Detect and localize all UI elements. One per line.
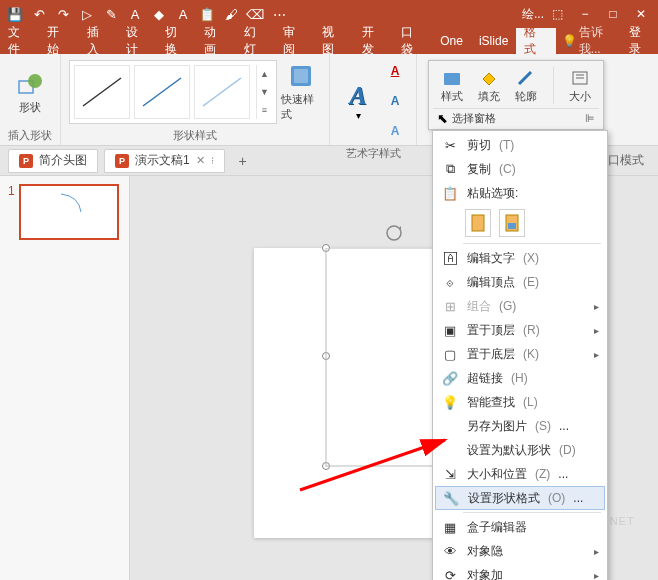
outline-button[interactable]: 轮廓	[515, 67, 537, 104]
more-icon[interactable]: ⋯	[268, 3, 290, 25]
ctx-save-as-picture[interactable]: 另存为图片(S)...	[435, 414, 605, 438]
box-editor-icon: ▦	[441, 518, 459, 536]
fill-button[interactable]: 填充	[478, 67, 500, 104]
svg-rect-6	[294, 69, 308, 83]
tab-design[interactable]: 设计	[118, 28, 157, 54]
tab-review[interactable]: 审阅	[275, 28, 314, 54]
ctx-copy[interactable]: ⧉复制(C)	[435, 157, 605, 181]
fill-icon	[479, 67, 499, 89]
size-button[interactable]: 大小	[569, 67, 591, 104]
style-button[interactable]: 样式	[441, 67, 463, 104]
ribbon-options-icon[interactable]: ⬚	[544, 3, 570, 25]
font-color-icon[interactable]: A	[124, 3, 146, 25]
tab-onekey[interactable]: One	[432, 28, 471, 54]
redo-icon[interactable]: ↷	[52, 3, 74, 25]
edit-text-icon: 🄰	[441, 249, 459, 267]
doc-tab-1[interactable]: P 简介头图	[8, 149, 98, 173]
undo-icon[interactable]: ↶	[28, 3, 50, 25]
ctx-obj-hide[interactable]: 👁对象隐▸	[435, 539, 605, 563]
gallery-more[interactable]: ▲▼≡	[256, 65, 272, 119]
quick-access-toolbar: 💾 ↶ ↷ ▷ ✎ A ◆ A 📋 🖌 ⌫ ⋯	[4, 3, 290, 25]
text-effects-icon[interactable]: A	[382, 118, 408, 144]
svg-line-2	[83, 78, 121, 106]
shape-style-1[interactable]	[74, 65, 130, 119]
group-icon: ⊞	[441, 297, 459, 315]
style-icon	[442, 67, 462, 89]
shapes-button[interactable]: 形状	[10, 62, 50, 122]
paste-picture[interactable]	[499, 209, 525, 237]
ctx-obj-load[interactable]: ⟳对象加▸	[435, 563, 605, 580]
shape-style-3[interactable]	[194, 65, 250, 119]
ctx-bring-front[interactable]: ▣置于顶层(R)▸	[435, 318, 605, 342]
eyedropper-icon[interactable]: ✎	[100, 3, 122, 25]
quick-styles-icon	[287, 62, 315, 90]
close-tab-icon[interactable]: ✕	[196, 154, 205, 167]
thumbnail-1[interactable]: 1	[8, 184, 121, 240]
powerpoint-icon: P	[115, 154, 129, 168]
ctx-paste-options-label: 📋粘贴选项:	[435, 181, 605, 205]
obj-load-icon: ⟳	[441, 566, 459, 580]
select-pane-label[interactable]: 选择窗格	[452, 111, 496, 126]
tab-start[interactable]: 开始	[39, 28, 78, 54]
align-icon[interactable]: ⊫	[585, 112, 595, 125]
svg-line-3	[143, 78, 181, 106]
login-link[interactable]: 登录	[629, 24, 652, 58]
shapes-icon	[16, 70, 44, 98]
tab-islide[interactable]: iSlide	[471, 28, 516, 54]
text-effects-icon[interactable]: A	[172, 3, 194, 25]
add-tab-button[interactable]: +	[231, 149, 255, 173]
ctx-box-editor[interactable]: ▦盒子编辑器	[435, 515, 605, 539]
text-fill-icon[interactable]: A	[382, 58, 408, 84]
ctx-edit-points[interactable]: ⟐编辑顶点(E)	[435, 270, 605, 294]
start-from-beginning-icon[interactable]: ▷	[76, 3, 98, 25]
powerpoint-icon: P	[19, 154, 33, 168]
tab-pocket[interactable]: 口袋	[393, 28, 432, 54]
cut-icon: ✂	[441, 136, 459, 154]
send-back-icon: ▢	[441, 345, 459, 363]
tab-file[interactable]: 文件	[0, 28, 39, 54]
text-outline-icon[interactable]: A	[382, 88, 408, 114]
ctx-group: ⊞组合(G)▸	[435, 294, 605, 318]
copy-icon: ⧉	[441, 160, 459, 178]
tab-transition[interactable]: 切换	[157, 28, 196, 54]
doc-tab-2[interactable]: P 演示文稿1 ✕ ⁝	[104, 149, 225, 173]
format-painter-icon[interactable]: 🖌	[220, 3, 242, 25]
maximize-icon[interactable]: □	[600, 3, 626, 25]
ctx-hyperlink[interactable]: 🔗超链接(H)	[435, 366, 605, 390]
tab-format[interactable]: 格式	[516, 28, 555, 54]
ctx-format-shape[interactable]: 🔧设置形状格式(O)...	[435, 486, 605, 510]
ctx-cut[interactable]: ✂剪切(T)	[435, 133, 605, 157]
ctx-set-default-shape[interactable]: 设置为默认形状(D)	[435, 438, 605, 462]
shape-fill-icon[interactable]: ◆	[148, 3, 170, 25]
tab-insert[interactable]: 插入	[79, 28, 118, 54]
clear-format-icon[interactable]: ⌫	[244, 3, 266, 25]
wordart-button[interactable]: A ▾	[338, 71, 378, 131]
tab-animation[interactable]: 动画	[196, 28, 235, 54]
ctx-size-position[interactable]: ⇲大小和位置(Z)...	[435, 462, 605, 486]
ctx-send-back[interactable]: ▢置于底层(K)▸	[435, 342, 605, 366]
obj-hide-icon: 👁	[441, 542, 459, 560]
shape-style-2[interactable]	[134, 65, 190, 119]
paste-icon[interactable]: 📋	[196, 3, 218, 25]
save-icon[interactable]: 💾	[4, 3, 26, 25]
shape-style-gallery[interactable]: ▲▼≡	[69, 60, 277, 124]
paste-options	[435, 205, 605, 241]
ctx-smart-lookup[interactable]: 💡智能查找(L)	[435, 390, 605, 414]
tab-slideshow[interactable]: 幻灯	[236, 28, 275, 54]
rotation-handle[interactable]	[385, 224, 403, 242]
paste-keep-formatting[interactable]	[465, 209, 491, 237]
minimize-icon[interactable]: −	[572, 3, 598, 25]
bring-front-icon: ▣	[441, 321, 459, 339]
pin-tab-icon[interactable]: ⁝	[211, 155, 214, 166]
quick-styles-button[interactable]: 快速样式	[281, 62, 321, 122]
close-icon[interactable]: ✕	[628, 3, 654, 25]
svg-point-7	[387, 226, 401, 240]
smart-lookup-icon: 💡	[441, 393, 459, 411]
tellme[interactable]: 💡 告诉我...	[562, 24, 623, 58]
tab-develop[interactable]: 开发	[354, 28, 393, 54]
ctx-edit-text[interactable]: 🄰编辑文字(X)	[435, 246, 605, 270]
svg-rect-13	[508, 223, 516, 229]
format-mini-toolbar: 样式 填充 轮廓 大小 ⬉ 选择窗格 ⊫	[428, 60, 604, 130]
wordart-icon: A	[344, 82, 372, 110]
tab-view[interactable]: 视图	[314, 28, 353, 54]
